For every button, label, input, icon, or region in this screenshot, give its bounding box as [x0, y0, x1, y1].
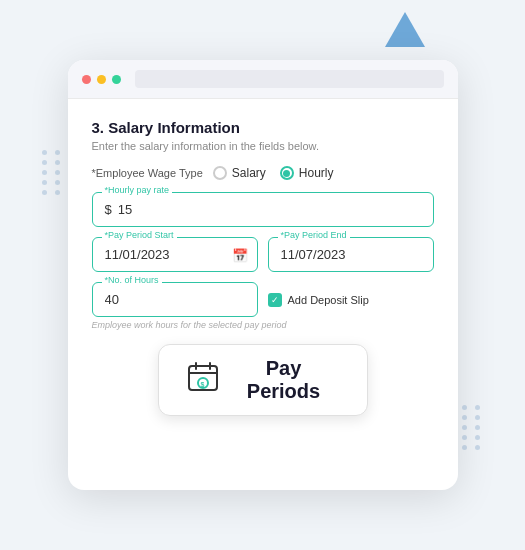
calendar-icon: 📅	[232, 247, 248, 262]
browser-bar	[68, 60, 458, 99]
section-title: 3. Salary Information	[92, 119, 434, 136]
section-desc: Enter the salary information in the fiel…	[92, 140, 434, 152]
salary-radio-label: Salary	[232, 166, 266, 180]
salary-radio-option[interactable]: Salary	[213, 166, 266, 180]
pay-period-start-wrap: *Pay Period Start 📅	[92, 237, 258, 272]
browser-window: 3. Salary Information Enter the salary i…	[68, 60, 458, 490]
hourly-pay-rate-wrap: *Hourly pay rate $	[92, 192, 434, 227]
pay-period-start-label: *Pay Period Start	[102, 230, 177, 240]
hint-text: Employee work hours for the selected pay…	[92, 320, 434, 330]
hourly-radio-label: Hourly	[299, 166, 334, 180]
add-deposit-slip-row: Add Deposit Slip	[268, 293, 434, 307]
browser-dot-green	[112, 75, 121, 84]
pay-periods-button[interactable]: $ Pay Periods	[158, 344, 368, 416]
pay-period-end-wrap: *Pay Period End	[268, 237, 434, 272]
hourly-radio-option[interactable]: Hourly	[280, 166, 334, 180]
hourly-pay-rate-input[interactable]	[118, 202, 421, 217]
no-of-hours-input[interactable]	[92, 282, 258, 317]
add-deposit-slip-checkbox[interactable]	[268, 293, 282, 307]
pay-period-end-label: *Pay Period End	[278, 230, 350, 240]
browser-url-bar	[135, 70, 444, 88]
wage-type-row: *Employee Wage Type Salary Hourly	[92, 166, 434, 180]
salary-radio-circle[interactable]	[213, 166, 227, 180]
pay-periods-label: Pay Periods	[229, 357, 339, 403]
wage-type-label: *Employee Wage Type	[92, 167, 203, 179]
wage-type-radio-group: Salary Hourly	[213, 166, 334, 180]
hours-deposit-row: *No. of Hours Add Deposit Slip	[92, 282, 434, 317]
pay-period-row: *Pay Period Start 📅 *Pay Period End	[92, 237, 434, 272]
hourly-pay-rate-label: *Hourly pay rate	[102, 185, 173, 195]
triangle-blue-icon	[385, 12, 425, 47]
no-of-hours-label: *No. of Hours	[102, 275, 162, 285]
browser-dot-red	[82, 75, 91, 84]
hourly-radio-circle[interactable]	[280, 166, 294, 180]
browser-dot-yellow	[97, 75, 106, 84]
pay-period-end-input[interactable]	[268, 237, 434, 272]
form-area: 3. Salary Information Enter the salary i…	[68, 99, 458, 440]
no-of-hours-wrap: *No. of Hours	[92, 282, 258, 317]
add-deposit-slip-label: Add Deposit Slip	[288, 294, 369, 306]
pay-periods-icon: $	[187, 361, 219, 400]
svg-text:$: $	[200, 380, 204, 388]
hourly-pay-rate-prefix: $	[105, 202, 112, 217]
